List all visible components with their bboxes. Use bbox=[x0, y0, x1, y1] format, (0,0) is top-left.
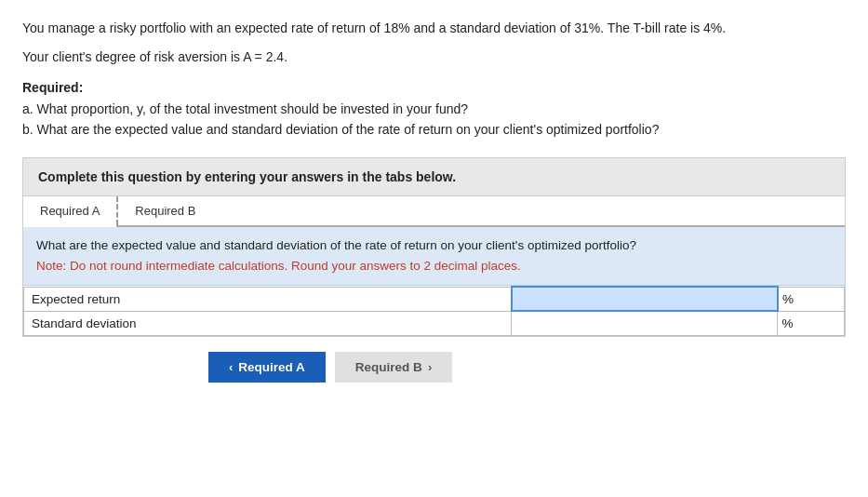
std-dev-input-cell[interactable] bbox=[512, 311, 778, 335]
intro-line2: Your client's degree of risk aversion is… bbox=[22, 47, 846, 67]
chevron-right-icon: › bbox=[428, 360, 432, 374]
std-dev-label: Standard deviation bbox=[24, 311, 512, 335]
question-box: What are the expected value and standard… bbox=[23, 227, 845, 287]
prev-required-a-button[interactable]: ‹ Required A bbox=[208, 352, 326, 383]
expected-return-input[interactable] bbox=[516, 290, 773, 308]
tabs-row: Required A Required B bbox=[23, 196, 845, 227]
complete-box-text: Complete this question by entering your … bbox=[22, 157, 846, 196]
std-dev-input[interactable] bbox=[515, 315, 773, 332]
question-main-text: What are the expected value and standard… bbox=[36, 238, 636, 252]
expected-return-label: Expected return bbox=[24, 287, 512, 311]
tabs-container: Required A Required B What are the expec… bbox=[22, 196, 846, 337]
input-table: Expected return % Standard deviation % bbox=[23, 286, 845, 336]
chevron-left-icon: ‹ bbox=[229, 360, 233, 374]
part-b-text: b. What are the expected value and stand… bbox=[22, 119, 846, 140]
intro-line1: You manage a risky portfolio with an exp… bbox=[22, 19, 846, 38]
table-row: Standard deviation % bbox=[24, 311, 845, 335]
required-label: Required: bbox=[22, 80, 846, 95]
part-a-text: a. What proportion, y, of the total inve… bbox=[22, 99, 846, 119]
prev-button-label: Required A bbox=[238, 360, 305, 374]
expected-return-input-cell[interactable] bbox=[512, 287, 778, 311]
navigation-buttons: ‹ Required A Required B › bbox=[22, 352, 846, 383]
table-row: Expected return % bbox=[24, 287, 845, 311]
next-required-b-button[interactable]: Required B › bbox=[335, 352, 452, 383]
std-dev-unit: % bbox=[778, 311, 845, 335]
tab-required-b[interactable]: Required B bbox=[116, 196, 212, 225]
tab-required-a[interactable]: Required A bbox=[23, 196, 116, 225]
next-button-label: Required B bbox=[355, 360, 422, 374]
expected-return-unit: % bbox=[778, 287, 845, 311]
question-note: Note: Do not round intermediate calculat… bbox=[36, 257, 832, 275]
